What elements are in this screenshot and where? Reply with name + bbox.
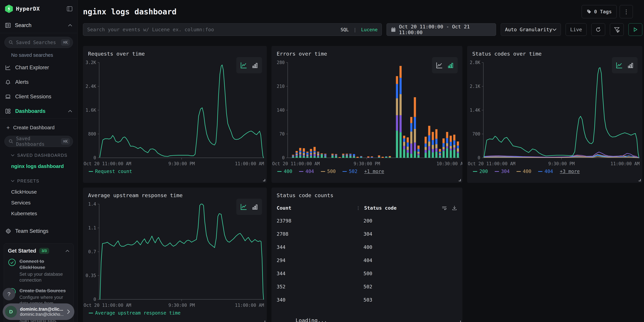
- create-dashboard-label: Create Dashboard: [13, 125, 54, 130]
- bar-chart-toggle-icon[interactable]: [447, 62, 454, 68]
- chart-type-toggle: [236, 199, 262, 215]
- saved-searches-input[interactable]: Saved Searches ⌘K: [4, 37, 73, 48]
- card-status-codes-over-time: Status codes over time 07001.4K2.1K2.8KO…: [467, 46, 642, 183]
- column-header-count[interactable]: Count: [276, 205, 356, 211]
- table-row[interactable]: 352502: [276, 280, 457, 293]
- create-dashboard-button[interactable]: + Create Dashboard: [0, 121, 77, 134]
- sidebar-item-label: Client Sessions: [15, 94, 72, 100]
- bell-icon: [5, 79, 11, 85]
- card-status-code-counts: Status code counts Count ⋮ Status code 2…: [272, 188, 462, 322]
- legend-item[interactable]: Request count: [89, 168, 132, 174]
- cell-status: 304: [364, 231, 372, 237]
- legend-item[interactable]: Average upstream response time: [89, 310, 180, 316]
- svg-text:Oct 20 11:00:00 AM: Oct 20 11:00:00 AM: [468, 161, 516, 166]
- avatar: D: [5, 306, 17, 318]
- loading-indicator: Loading...: [296, 317, 457, 322]
- table-row[interactable]: 23798200: [276, 214, 457, 228]
- line-chart-toggle-icon[interactable]: [616, 62, 623, 69]
- line-chart-toggle-icon[interactable]: [436, 62, 443, 69]
- user-menu[interactable]: D dominic.tran@clic... dominic.tran@clic…: [3, 304, 74, 320]
- saved-dashboards-input[interactable]: Saved Dashboards ⌘K: [4, 136, 73, 147]
- cell-status: 500: [364, 271, 372, 276]
- table-row[interactable]: 340503: [276, 293, 457, 306]
- svg-text:Oct 20 11:00:00 AM: Oct 20 11:00:00 AM: [84, 303, 131, 308]
- tags-button[interactable]: 0 Tags: [582, 5, 617, 18]
- filter-button[interactable]: [610, 23, 624, 36]
- download-icon[interactable]: [452, 205, 457, 211]
- refresh-button[interactable]: [591, 23, 605, 36]
- legend-item[interactable]: 404: [299, 168, 314, 174]
- resize-handle[interactable]: [638, 179, 641, 181]
- resize-handle[interactable]: [459, 179, 461, 181]
- user-email: dominic.tran@clickho...: [20, 312, 64, 317]
- sidebar-item-search[interactable]: Search: [0, 18, 77, 33]
- legend-item[interactable]: 400: [277, 168, 292, 174]
- column-resize-handle[interactable]: ⋮: [356, 206, 360, 210]
- search-input[interactable]: [87, 27, 338, 32]
- svg-text:2.8K: 2.8K: [470, 60, 480, 65]
- sidebar-item-team-settings[interactable]: Team Settings: [0, 224, 77, 238]
- resize-handle[interactable]: [263, 321, 265, 322]
- status-codes-chart[interactable]: 07001.4K2.1K2.8KOct 20 11:00:00 AM9:30:0…: [467, 57, 642, 168]
- sidebar-item-dashboards[interactable]: Dashboards: [0, 104, 77, 118]
- chevron-up-icon[interactable]: [66, 250, 70, 252]
- svg-text:1.1: 1.1: [88, 225, 96, 230]
- get-started-step-connect[interactable]: Connect to ClickHouse Set up your databa…: [8, 258, 70, 283]
- cell-status: 400: [364, 244, 372, 250]
- legend-item[interactable]: 502: [342, 168, 358, 174]
- legend-item[interactable]: 400: [516, 168, 532, 174]
- table-row[interactable]: 2708304: [276, 228, 457, 240]
- sidebar-item-client-sessions[interactable]: Client Sessions: [0, 89, 77, 104]
- sidebar-item-clickhouse[interactable]: ClickHouse: [0, 186, 77, 197]
- wrap-lines-icon[interactable]: [442, 205, 447, 211]
- more-options-button[interactable]: ⋮: [620, 5, 633, 18]
- query-language-toggle[interactable]: SQL | Lucene: [340, 27, 378, 32]
- bar-chart-toggle-icon[interactable]: [627, 62, 634, 68]
- saved-dashboards-section-header[interactable]: SAVED DASHBOARDS: [0, 150, 77, 161]
- svg-text:0: 0: [282, 155, 285, 160]
- errors-chart[interactable]: 070140210280Oct 20 11:00:00 AM9:30:00 PM…: [272, 57, 462, 168]
- svg-text:2.4K: 2.4K: [86, 84, 96, 89]
- line-chart-toggle-icon[interactable]: [240, 62, 248, 69]
- granularity-select[interactable]: Auto Granularity: [501, 23, 561, 36]
- legend-more-link[interactable]: +3 more: [560, 168, 580, 174]
- sidebar-item-chart-explorer[interactable]: Chart Explorer: [0, 60, 77, 75]
- svg-text:0: 0: [94, 297, 96, 302]
- legend-item[interactable]: 404: [538, 168, 553, 174]
- table-row[interactable]: 294404: [276, 254, 457, 267]
- collapse-sidebar-icon[interactable]: [67, 6, 72, 11]
- legend-item[interactable]: 500: [321, 168, 336, 174]
- legend-item[interactable]: 200: [473, 168, 488, 174]
- cell-count: 294: [276, 258, 356, 263]
- chevron-right-icon: [67, 309, 70, 314]
- sidebar-item-nginx-logs-dashboard[interactable]: nginx logs dashboard: [0, 161, 77, 172]
- date-range-picker[interactable]: Oct 20 11:00:00 - Oct 21 11:00:00: [386, 23, 496, 36]
- chart-type-toggle: [612, 57, 638, 73]
- help-button[interactable]: ?: [3, 288, 15, 300]
- avg-upstream-chart[interactable]: 00.350.71.11.4Oct 20 11:00:00 AM9:30:00 …: [83, 198, 267, 309]
- sidebar-item-alerts[interactable]: Alerts: [0, 75, 77, 89]
- svg-text:1.4K: 1.4K: [470, 108, 480, 113]
- sidebar-item-kubernetes[interactable]: Kubernetes: [0, 208, 77, 219]
- run-query-button[interactable]: [628, 23, 642, 36]
- bar-chart-toggle-icon[interactable]: [252, 204, 258, 210]
- resize-handle[interactable]: [459, 321, 461, 322]
- presets-section-header[interactable]: PRESETS: [0, 175, 77, 186]
- svg-text:140: 140: [277, 108, 285, 113]
- table-title: Status code counts: [272, 188, 462, 198]
- column-header-status-code[interactable]: Status code: [364, 205, 396, 211]
- line-chart-toggle-icon[interactable]: [240, 203, 248, 210]
- live-button[interactable]: Live: [566, 23, 586, 36]
- lucene-toggle[interactable]: Lucene: [361, 27, 378, 32]
- sql-toggle[interactable]: SQL: [340, 27, 349, 32]
- requests-chart[interactable]: 08001.6K2.4K3.2KOct 20 11:00:00 AM9:30:0…: [83, 57, 267, 168]
- hyperdx-logo-icon: [5, 4, 13, 13]
- table-row[interactable]: 344500: [276, 267, 457, 280]
- legend-more-link[interactable]: +1 more: [364, 168, 384, 174]
- gear-icon: [6, 228, 11, 234]
- bar-chart-toggle-icon[interactable]: [252, 62, 258, 68]
- resize-handle[interactable]: [263, 179, 265, 181]
- table-row[interactable]: 344400: [276, 240, 457, 254]
- sidebar-item-services[interactable]: Services: [0, 197, 77, 208]
- legend-item[interactable]: 304: [495, 168, 510, 174]
